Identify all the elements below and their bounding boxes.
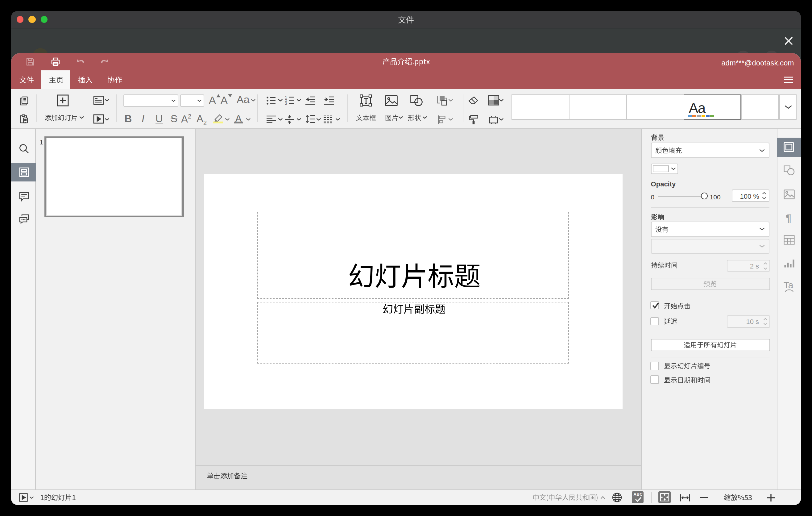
svg-text:3: 3 [285,102,287,106]
